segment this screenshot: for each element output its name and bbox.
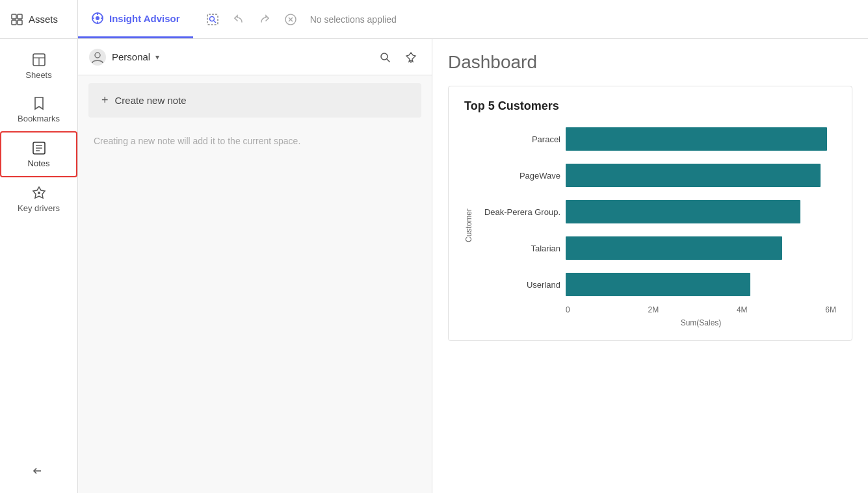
bar-track — [566, 164, 836, 187]
top-bar: Assets Insight Advisor — [0, 0, 868, 39]
bar-row: Userland — [476, 269, 836, 300]
svg-point-23 — [38, 192, 40, 194]
search-notes-button[interactable] — [375, 47, 395, 68]
pin-notes-button[interactable] — [401, 47, 421, 68]
search-icon — [379, 51, 391, 63]
clear-tool-btn[interactable] — [279, 8, 302, 31]
bar-track — [566, 200, 836, 223]
insight-icon — [91, 12, 104, 25]
main-content: Sheets Bookmarks Notes Key drivers — [0, 39, 868, 493]
collapse-sidebar-button[interactable] — [27, 459, 51, 483]
sidebar: Sheets Bookmarks Notes Key drivers — [0, 39, 78, 493]
notes-label: Notes — [28, 158, 50, 168]
clear-selections-icon — [284, 13, 297, 26]
chart-inner: ParacelPageWaveDeak-Perera Group.Talaria… — [476, 123, 836, 327]
bar-fill — [566, 273, 750, 296]
insight-advisor-tab[interactable]: Insight Advisor — [78, 0, 193, 38]
svg-rect-2 — [12, 20, 16, 25]
dashboard-title: Dashboard — [448, 52, 852, 73]
bar-label: Userland — [476, 280, 560, 290]
bookmarks-icon — [31, 95, 47, 111]
bar-label: Paracel — [476, 134, 560, 144]
bar-row: Talarian — [476, 233, 836, 264]
svg-point-25 — [89, 49, 106, 66]
notes-header-actions — [375, 47, 421, 68]
svg-point-11 — [209, 16, 214, 21]
key-drivers-icon — [31, 185, 47, 201]
search-dashed-icon — [206, 13, 219, 26]
person-icon — [88, 48, 107, 66]
assets-button[interactable]: Assets — [0, 0, 78, 38]
bar-fill — [566, 236, 782, 260]
bookmarks-label: Bookmarks — [18, 114, 60, 123]
y-axis-label: Customer — [464, 123, 473, 327]
chart-container: Top 5 Customers Customer ParacelPageWave… — [448, 86, 852, 341]
notes-hint: Creating a new note will add it to the c… — [78, 125, 432, 157]
create-note-label: Create new note — [115, 95, 187, 106]
notes-icon — [31, 140, 47, 156]
grid-icon — [10, 13, 23, 26]
undo-icon — [232, 13, 245, 26]
notes-header: Personal ▾ — [78, 39, 432, 75]
key-drivers-label: Key drivers — [18, 203, 60, 213]
bar-track — [566, 273, 836, 296]
assets-label: Assets — [29, 14, 58, 25]
bar-row: Deak-Perera Group. — [476, 196, 836, 227]
x-axis-tick: 4M — [737, 305, 748, 314]
bar-fill — [566, 127, 827, 151]
chart-area: Customer ParacelPageWaveDeak-Perera Grou… — [464, 123, 836, 327]
svg-rect-10 — [207, 14, 218, 25]
x-axis-title: Sum(Sales) — [566, 318, 836, 327]
x-axis-tick: 0 — [566, 305, 570, 314]
x-axis-tick: 6M — [825, 305, 836, 314]
no-selections-label: No selections applied — [310, 14, 397, 25]
svg-point-5 — [96, 16, 99, 20]
back-tool-btn[interactable] — [227, 8, 250, 31]
dashboard-panel: Dashboard Top 5 Customers Customer Parac… — [432, 39, 868, 493]
sidebar-bottom — [0, 459, 77, 493]
chart-title: Top 5 Customers — [464, 99, 836, 113]
sidebar-item-sheets[interactable]: Sheets — [0, 44, 77, 88]
svg-rect-1 — [18, 14, 22, 19]
svg-line-12 — [214, 21, 216, 23]
bar-row: PageWave — [476, 160, 836, 191]
bar-label: PageWave — [476, 171, 560, 181]
insight-advisor-label: Insight Advisor — [109, 13, 180, 24]
dropdown-chevron: ▾ — [155, 53, 159, 62]
x-axis: 02M4M6M — [566, 305, 836, 314]
svg-rect-3 — [18, 20, 22, 25]
sheets-label: Sheets — [25, 70, 51, 80]
space-selector[interactable]: Personal ▾ — [88, 48, 159, 66]
search-tool-btn[interactable] — [201, 8, 224, 31]
create-note-plus: + — [101, 94, 109, 107]
notes-panel: Personal ▾ + Cre — [78, 39, 432, 493]
x-axis-tick: 2M — [648, 305, 659, 314]
redo-icon — [258, 13, 271, 26]
bar-label: Talarian — [476, 244, 560, 253]
bar-track — [566, 236, 836, 260]
sidebar-item-bookmarks[interactable]: Bookmarks — [0, 88, 77, 131]
pin-icon — [405, 51, 417, 63]
bar-track — [566, 127, 836, 151]
bar-row: Paracel — [476, 123, 836, 155]
sheets-icon — [31, 52, 47, 68]
create-note-button[interactable]: + Create new note — [88, 83, 421, 118]
sidebar-item-notes[interactable]: Notes — [0, 131, 77, 177]
bars-area: ParacelPageWaveDeak-Perera Group.Talaria… — [476, 123, 836, 300]
svg-rect-0 — [12, 14, 16, 19]
svg-line-28 — [387, 59, 389, 62]
sidebar-item-key-drivers[interactable]: Key drivers — [0, 177, 77, 221]
space-label: Personal — [112, 51, 150, 62]
bar-label: Deak-Perera Group. — [476, 207, 560, 217]
forward-tool-btn[interactable] — [253, 8, 276, 31]
toolbar-tools: No selections applied — [193, 8, 404, 31]
collapse-icon — [33, 464, 46, 477]
bar-fill — [566, 200, 800, 223]
bar-fill — [566, 164, 821, 187]
